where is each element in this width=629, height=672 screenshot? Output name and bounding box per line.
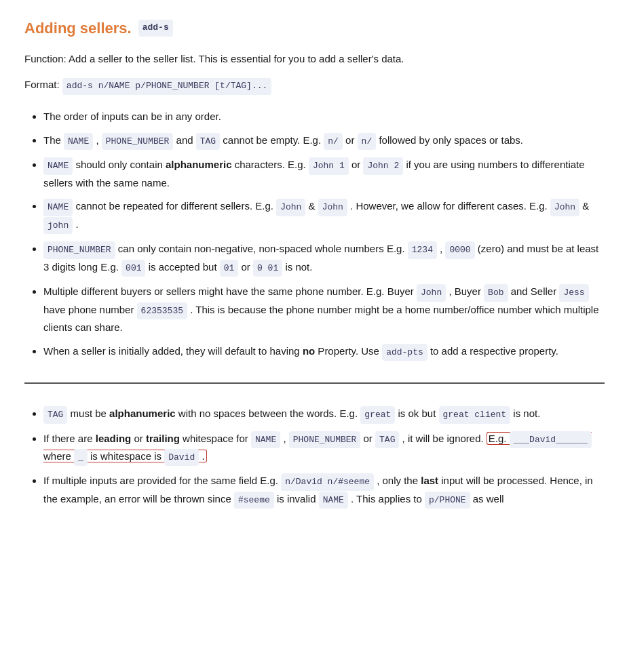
inline-code: John [417,284,446,301]
bullet-text: NAME should only contain alphanumeric ch… [43,159,585,188]
title-text: Adding sellers. [24,16,132,40]
inline-code: John 1 [309,157,349,174]
list-item: When a seller is initially added, they w… [43,343,605,361]
list-item: The NAME , PHONE_NUMBER and TAG cannot b… [43,132,605,150]
inline-code: n/ [358,133,377,150]
bold-text: leading [96,433,132,444]
inline-code: PHONE_NUMBER [289,431,361,448]
inline-code: David [164,449,199,466]
inline-code: Jess [559,284,588,301]
inline-code: #seeme [234,492,274,509]
inline-code: PHONE_NUMBER [102,133,174,150]
list-item: Multiple different buyers or sellers mig… [43,283,605,336]
inline-code: 1234 [408,241,437,258]
inline-code: PHONE_NUMBER [43,241,115,258]
bullet-text: The NAME , PHONE_NUMBER and TAG cannot b… [43,134,523,146]
list-item: NAME cannot be repeated for different se… [43,198,605,234]
inline-code: john [43,217,73,234]
inline-code: NAME [251,431,280,448]
title-code: add-s [138,20,173,37]
inline-code: 001 [121,260,145,277]
section1-list: The order of inputs can be in any order.… [24,108,605,361]
inline-code: ___David______ [510,431,592,448]
bold-text: last [421,475,438,486]
section-divider [24,382,605,384]
inline-code: add-pts [382,344,427,361]
bullet-text: Multiple different buyers or sellers mig… [43,285,598,333]
bold-text: alphanumeric [109,408,176,419]
inline-code: great [360,406,395,423]
page-title: Adding sellers. add-s [24,16,605,40]
section2-list: TAG must be alphanumeric with no spaces … [24,406,605,509]
format-label: Format: [24,79,60,90]
inline-code: NAME [43,157,73,174]
bold-text: trailing [146,433,180,444]
inline-code: NAME [43,199,73,216]
list-item: If multiple inputs are provided for the … [43,473,605,509]
inline-code: TAG [375,431,399,448]
function-description: Function: Add a seller to the seller lis… [24,51,605,67]
inline-code: NAME [319,492,348,509]
list-item: PHONE_NUMBER can only contain non-negati… [43,241,605,277]
bullet-text: When a seller is initially added, they w… [43,345,558,357]
list-item: The order of inputs can be in any order. [43,108,605,125]
list-item: TAG must be alphanumeric with no spaces … [43,406,605,423]
format-line: Format: add-s n/NAME p/PHONE_NUMBER [t/T… [24,77,605,95]
inline-code: 0000 [445,241,474,258]
bold-text: no [303,345,315,357]
inline-code: John 2 [363,157,403,174]
bullet-text: TAG must be alphanumeric with no spaces … [43,408,540,419]
inline-code: TAG [196,133,220,150]
list-item: NAME should only contain alphanumeric ch… [43,157,605,191]
inline-code: n/David n/#seeme [281,473,374,490]
inline-code: 62353535 [137,302,187,319]
inline-code: John [276,199,305,216]
inline-code: TAG [43,406,67,423]
inline-code: 01 [220,260,239,277]
bullet-text: If multiple inputs are provided for the … [43,475,593,504]
format-code: add-s n/NAME p/PHONE_NUMBER [t/TAG]... [62,78,271,95]
inline-code: 0 01 [253,260,282,277]
inline-code: Bob [484,284,508,301]
bullet-text: PHONE_NUMBER can only contain non-negati… [43,243,598,272]
inline-code: p/PHONE [425,492,470,509]
inline-code: n/ [324,133,343,150]
list-item: If there are leading or trailing whitesp… [43,431,605,467]
bullet-text: The order of inputs can be in any order. [43,111,221,122]
inline-code: NAME [64,133,93,150]
bullet-text: NAME cannot be repeated for different se… [43,200,589,229]
inline-code: John [550,199,579,216]
bold-text: alphanumeric [166,159,232,170]
inline-code: _ [74,449,88,466]
bullet-text: If there are leading or trailing whitesp… [43,433,592,462]
page-container: Adding sellers. add-s Function: Add a se… [24,16,605,509]
inline-code: John [318,199,347,216]
inline-code: great client [439,406,511,423]
